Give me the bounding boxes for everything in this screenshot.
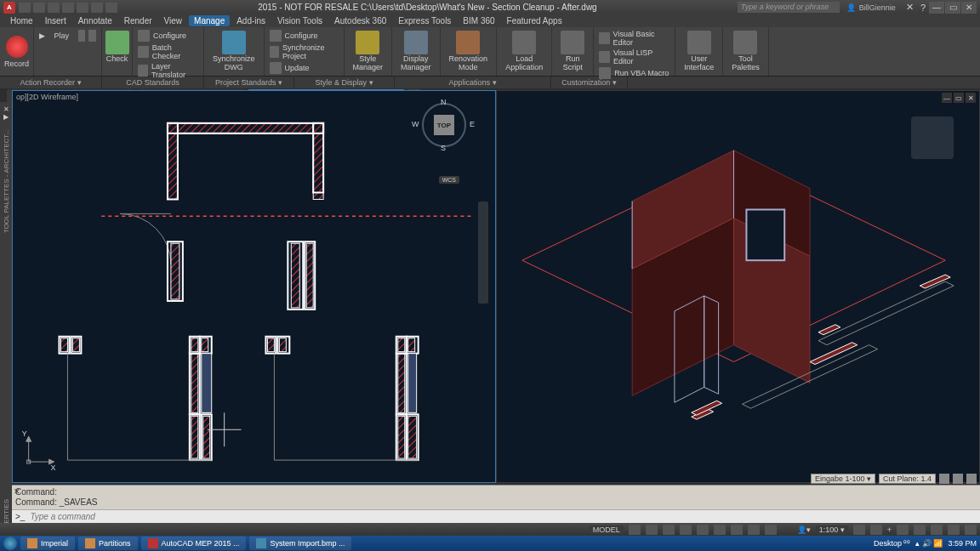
monitor-icon[interactable] bbox=[914, 525, 926, 535]
tool-icon-1[interactable] bbox=[939, 474, 949, 484]
viewport-3d[interactable]: — ▭ ✕ bbox=[496, 90, 980, 483]
dyninput-icon[interactable] bbox=[731, 525, 743, 535]
panel-customization[interactable]: Customization ▾ bbox=[551, 77, 628, 88]
qat-saveas-icon[interactable] bbox=[62, 3, 74, 13]
tab-addins[interactable]: Add-ins bbox=[231, 15, 271, 26]
view-compass[interactable]: TOP N S E W bbox=[419, 99, 470, 151]
tool-palettes-button[interactable]: Tool Palettes bbox=[728, 29, 763, 74]
help-search-input[interactable]: Type a keyword or phrase bbox=[738, 2, 840, 13]
tab-express-tools[interactable]: Express Tools bbox=[393, 15, 456, 26]
viewport-label[interactable]: op][2D Wireframe] bbox=[16, 93, 78, 101]
close-button[interactable]: ✕ bbox=[961, 2, 977, 14]
sync-project-button[interactable]: Synchronize Project bbox=[270, 43, 339, 60]
qat-plot-icon[interactable] bbox=[77, 3, 88, 13]
tab-render[interactable]: Render bbox=[119, 15, 157, 26]
viewport-close-icon[interactable]: ✕ bbox=[966, 93, 976, 103]
visual-basic-editor-button[interactable]: Visual Basic Editor bbox=[599, 30, 669, 47]
panel-cad-standards[interactable]: CAD Standards bbox=[102, 77, 204, 88]
tab-bim360[interactable]: BIM 360 bbox=[458, 15, 499, 26]
sidebar-close-icon[interactable]: ✕ bbox=[3, 105, 9, 113]
ortho-icon[interactable] bbox=[663, 525, 675, 535]
play-options2-icon[interactable] bbox=[88, 30, 96, 42]
app-icon[interactable]: A bbox=[3, 2, 15, 14]
user-account[interactable]: 👤 BillGiennie bbox=[846, 3, 896, 12]
tab-vision-tools[interactable]: Vision Tools bbox=[272, 15, 328, 26]
update-button[interactable]: Update bbox=[270, 62, 339, 74]
snap-icon[interactable] bbox=[646, 525, 658, 535]
system-tray[interactable]: Desktop ⁰⁰ ▴ 🔊 📶 3:59 PM bbox=[874, 539, 977, 548]
otrack-icon[interactable] bbox=[714, 525, 726, 535]
polar-icon[interactable] bbox=[680, 525, 692, 535]
input-scale-field[interactable]: Eingabe 1-100 ▾ bbox=[811, 474, 875, 484]
tab-view[interactable]: View bbox=[159, 15, 188, 26]
annotation-icon[interactable] bbox=[870, 525, 882, 535]
transparency-icon[interactable] bbox=[765, 525, 777, 535]
display-manager-button[interactable]: Display Manager bbox=[397, 29, 435, 74]
panel-project-standards[interactable]: Project Standards ▾ bbox=[204, 77, 294, 88]
tab-manage[interactable]: Manage bbox=[189, 15, 230, 26]
annotation-scale[interactable]: 1:100 ▾ bbox=[816, 525, 848, 534]
viewport-2d[interactable]: op][2D Wireframe] TOP N S E W WCS bbox=[12, 90, 496, 483]
navigation-bar[interactable] bbox=[478, 202, 488, 304]
batch-checker-button[interactable]: Batch Checker bbox=[138, 43, 198, 60]
style-manager-button[interactable]: Style Manager bbox=[350, 29, 387, 74]
isolate-icon[interactable] bbox=[948, 525, 960, 535]
user-icon-status[interactable]: 👤▾ bbox=[797, 525, 811, 534]
panel-style-display[interactable]: Style & Display ▾ bbox=[294, 77, 395, 88]
visual-lisp-editor-button[interactable]: Visual LISP Editor bbox=[599, 48, 669, 65]
hardware-icon[interactable] bbox=[931, 525, 943, 535]
qat-new-icon[interactable] bbox=[19, 3, 31, 13]
cut-plane-field[interactable]: Cut Plane: 1.4 bbox=[879, 474, 936, 484]
tool-icon-3[interactable] bbox=[966, 474, 977, 484]
grid-icon[interactable] bbox=[629, 525, 641, 535]
panel-applications[interactable]: Applications ▾ bbox=[395, 77, 551, 88]
workspace-icon[interactable] bbox=[897, 525, 909, 535]
clean-screen-icon[interactable] bbox=[965, 525, 977, 535]
taskbar-autocad[interactable]: AutoCAD MEP 2015 ... bbox=[141, 537, 247, 550]
sync-dwg-button[interactable]: Synchronize DWG bbox=[209, 29, 259, 74]
taskbar-image[interactable]: System Import.bmp ... bbox=[249, 537, 351, 550]
exchange-icon[interactable]: ✕ bbox=[906, 2, 914, 13]
tab-annotate[interactable]: Annotate bbox=[73, 15, 117, 26]
taskbar-partitions[interactable]: Partitions bbox=[78, 537, 138, 550]
start-button[interactable] bbox=[3, 537, 17, 550]
qat-save-icon[interactable] bbox=[48, 3, 60, 13]
osnap-icon[interactable] bbox=[697, 525, 709, 535]
tool-palettes-tab[interactable]: TOOL PALETTES - ARCHITECT... bbox=[3, 121, 10, 241]
tab-autodesk360[interactable]: Autodesk 360 bbox=[329, 15, 391, 26]
record-button[interactable]: Record bbox=[0, 27, 34, 76]
qat-redo-icon[interactable] bbox=[105, 3, 117, 13]
lineweight-icon[interactable] bbox=[748, 525, 760, 535]
configure-button[interactable]: Configure bbox=[138, 30, 198, 42]
qat-undo-icon[interactable] bbox=[91, 3, 103, 13]
command-close-icon[interactable]: ✕ bbox=[14, 487, 22, 496]
viewport-minimize-icon[interactable]: — bbox=[942, 93, 952, 103]
tab-featured-apps[interactable]: Featured Apps bbox=[502, 15, 567, 26]
restore-button[interactable]: ▭ bbox=[945, 2, 960, 14]
tray-icons[interactable]: ▴ 🔊 📶 bbox=[915, 539, 943, 548]
viewport-maximize-icon[interactable]: ▭ bbox=[954, 93, 964, 103]
wcs-badge[interactable]: WCS bbox=[439, 176, 459, 184]
renovation-mode-button[interactable]: Renovation Mode bbox=[446, 29, 492, 74]
qat-open-icon[interactable] bbox=[33, 3, 45, 13]
taskbar-imperial[interactable]: Imperial bbox=[20, 537, 75, 550]
load-application-button[interactable]: Load Application bbox=[502, 29, 546, 74]
play-button[interactable]: ▶ Play bbox=[39, 30, 96, 42]
check-button[interactable]: Check bbox=[107, 29, 127, 65]
minimize-button[interactable]: — bbox=[929, 2, 944, 14]
command-input[interactable] bbox=[30, 512, 977, 521]
play-options-icon[interactable] bbox=[78, 30, 86, 42]
tool-icon-2[interactable] bbox=[953, 474, 963, 484]
model-button[interactable]: MODEL bbox=[590, 525, 624, 534]
run-script-button[interactable]: Run Script bbox=[557, 29, 588, 74]
view-cube[interactable] bbox=[911, 116, 954, 159]
help-icon[interactable]: ? bbox=[920, 3, 926, 13]
user-interface-button[interactable]: User Interface bbox=[681, 29, 717, 74]
tab-insert[interactable]: Insert bbox=[40, 15, 71, 26]
panel-action-recorder[interactable]: Action Recorder ▾ bbox=[0, 77, 102, 88]
gear-icon[interactable] bbox=[853, 525, 865, 535]
configure2-button[interactable]: Configure bbox=[270, 30, 339, 42]
compass-top-face[interactable]: TOP bbox=[434, 115, 454, 135]
show-desktop[interactable]: Desktop ⁰⁰ bbox=[874, 539, 911, 548]
sidebar-pin-icon[interactable]: ▶ bbox=[3, 113, 9, 121]
